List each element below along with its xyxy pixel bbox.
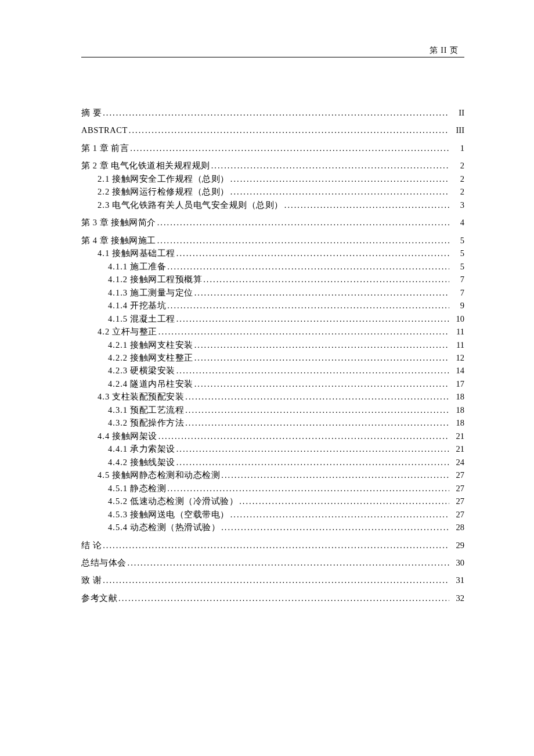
leader-dots xyxy=(211,159,449,172)
toc-entry[interactable]: 致 谢 31 xyxy=(81,574,464,586)
toc-entry[interactable]: 第 1 章 前言 1 xyxy=(81,142,464,154)
toc-entry-title: 4.2.2 接触网支柱整正 xyxy=(108,351,193,364)
toc-entry-title: 4.3.2 预配操作方法 xyxy=(108,416,184,429)
toc-chapter: 第 3 章 接触网简介 4 xyxy=(81,216,464,229)
toc-entry[interactable]: 2.3 电气化铁路有关人员电气安全规则（总则） 3 xyxy=(98,199,464,211)
toc-entry-page: 17 xyxy=(450,377,464,390)
toc-entry[interactable]: 2.2 接触网运行检修规程（总则） 2 xyxy=(98,185,464,198)
leader-dots xyxy=(129,124,449,136)
toc-entry-page: 21 xyxy=(450,442,464,455)
toc-chapter: 第 4 章 接触网施工 5 4.1 接触网基础工程 5 4.1.1 施工准备 5… xyxy=(81,234,464,534)
leader-dots xyxy=(158,325,449,338)
toc-entry[interactable]: 4.1.3 施工测量与定位 7 xyxy=(108,286,464,299)
toc-entry[interactable]: 4.4.2 接触线架设 24 xyxy=(108,456,464,469)
toc-entry[interactable]: 第 2 章 电气化铁道相关规程规则 2 xyxy=(81,159,464,172)
toc-entry-page: 5 xyxy=(450,260,464,273)
toc-entry[interactable]: 4.4.1 承力索架设 21 xyxy=(108,442,464,455)
leader-dots xyxy=(158,430,449,442)
toc-entry-title: 4.4.1 承力索架设 xyxy=(108,442,175,455)
toc-entry-page: 11 xyxy=(450,325,464,338)
page-number-label: 第 II 页 xyxy=(430,46,459,55)
header-rule xyxy=(81,57,464,57)
toc-entry-title: 第 2 章 电气化铁道相关规程规则 xyxy=(81,159,210,172)
toc-entry[interactable]: 4.2.4 隧道内吊柱安装 17 xyxy=(108,377,464,390)
toc-entry[interactable]: 4.5.1 静态检测 27 xyxy=(108,482,464,495)
leader-dots xyxy=(167,299,449,312)
toc-chapter: ABSTRACT III xyxy=(81,124,464,136)
leader-dots xyxy=(230,172,449,185)
leader-dots xyxy=(221,521,449,534)
toc-entry-page: 32 xyxy=(450,592,464,604)
leader-dots xyxy=(103,106,449,119)
leader-dots xyxy=(176,442,449,455)
toc-entry[interactable]: 4.5.3 接触网送电（空载带电） 27 xyxy=(108,508,464,521)
toc-entry-page: 11 xyxy=(450,339,464,351)
toc-entry[interactable]: 4.2.2 接触网支柱整正 12 xyxy=(108,351,464,364)
toc-entry-title: 4.2.3 硬横梁安装 xyxy=(108,364,175,377)
toc-entry-page: 2 xyxy=(450,159,464,172)
toc-entry[interactable]: 摘 要 II xyxy=(81,106,464,119)
toc-entry-page: 18 xyxy=(450,416,464,429)
leader-dots xyxy=(130,142,449,154)
leader-dots xyxy=(128,556,450,569)
toc-entry-page: 18 xyxy=(450,390,464,403)
toc-entry-page: 18 xyxy=(450,404,464,416)
toc-entry-title: 2.2 接触网运行检修规程（总则） xyxy=(98,185,229,198)
toc-entry-page: 3 xyxy=(450,199,464,211)
toc-entry[interactable]: ABSTRACT III xyxy=(81,124,464,136)
toc-entry-title: 4.4.2 接触线架设 xyxy=(108,456,175,469)
toc-entry[interactable]: 4.1 接触网基础工程 5 xyxy=(98,247,464,260)
page-header: 第 II 页 xyxy=(81,45,464,56)
toc-entry-page: 12 xyxy=(450,351,464,364)
toc-entry[interactable]: 4.1.5 混凝土工程 10 xyxy=(108,312,464,325)
toc-entry[interactable]: 4.5 接触网静态检测和动态检测 27 xyxy=(98,469,464,481)
leader-dots xyxy=(157,216,449,229)
toc-entry-title: 4.5.1 静态检测 xyxy=(108,482,166,495)
toc-entry[interactable]: 4.4 接触网架设 21 xyxy=(98,430,464,442)
toc-entry[interactable]: 4.5.4 动态检测（热滑试验） 28 xyxy=(108,521,464,534)
toc-entry-title: 4.1.1 施工准备 xyxy=(108,260,166,273)
toc-entry[interactable]: 4.3 支柱装配预配安装 18 xyxy=(98,390,464,403)
leader-dots xyxy=(176,456,449,469)
toc-entry-page: 2 xyxy=(450,172,464,185)
toc-entry-page: 24 xyxy=(450,456,464,469)
toc-entry-title: 摘 要 xyxy=(81,106,102,119)
toc-chapter: 总结与体会 30 xyxy=(81,556,464,569)
table-of-contents: 摘 要 II ABSTRACT III 第 1 章 前言 1 第 2 xyxy=(81,106,464,604)
toc-entry[interactable]: 4.2.3 硬横梁安装 14 xyxy=(108,364,464,377)
toc-entry-title: 4.1.3 施工测量与定位 xyxy=(108,286,193,299)
toc-entry[interactable]: 4.3.2 预配操作方法 18 xyxy=(108,416,464,429)
toc-entry[interactable]: 4.1.2 接触网工程预概算 7 xyxy=(108,273,464,286)
toc-entry[interactable]: 第 4 章 接触网施工 5 xyxy=(81,234,464,247)
toc-entry-title: 4.4 接触网架设 xyxy=(98,430,157,442)
toc-entry[interactable]: 2.1 接触网安全工作规程（总则） 2 xyxy=(98,172,464,185)
toc-entry[interactable]: 4.1.4 开挖基坑 9 xyxy=(108,299,464,312)
toc-entry[interactable]: 参考文献 32 xyxy=(81,592,464,604)
toc-chapter: 致 谢 31 xyxy=(81,574,464,586)
leader-dots xyxy=(194,286,449,299)
leader-dots xyxy=(194,339,449,351)
toc-chapter: 摘 要 II xyxy=(81,106,464,119)
leader-dots xyxy=(103,574,449,586)
leader-dots xyxy=(221,469,449,481)
toc-entry[interactable]: 4.2 立杆与整正 11 xyxy=(98,325,464,338)
leader-dots xyxy=(284,199,449,211)
toc-entry-page: 28 xyxy=(450,521,464,534)
toc-entry[interactable]: 4.1.1 施工准备 5 xyxy=(108,260,464,273)
toc-entry[interactable]: 总结与体会 30 xyxy=(81,556,464,569)
toc-entry[interactable]: 4.5.2 低速动态检测（冷滑试验） 27 xyxy=(108,495,464,507)
toc-entry-title: 4.5 接触网静态检测和动态检测 xyxy=(98,469,220,481)
leader-dots xyxy=(185,404,449,416)
leader-dots xyxy=(176,247,449,260)
toc-entry[interactable]: 结 论 29 xyxy=(81,539,464,552)
toc-entry-page: 9 xyxy=(450,299,464,312)
toc-entry-title: 4.1 接触网基础工程 xyxy=(98,247,175,260)
toc-entry[interactable]: 第 3 章 接触网简介 4 xyxy=(81,216,464,229)
toc-entry-page: 5 xyxy=(450,234,464,247)
toc-entry[interactable]: 4.2.1 接触网支柱安装 11 xyxy=(108,339,464,351)
toc-entry-title: 4.1.2 接触网工程预概算 xyxy=(108,273,202,286)
toc-entry-title: 致 谢 xyxy=(81,574,102,586)
toc-entry[interactable]: 4.3.1 预配工艺流程 18 xyxy=(108,404,464,416)
toc-entry-title: 4.5.4 动态检测（热滑试验） xyxy=(108,521,220,534)
toc-entry-page: 7 xyxy=(450,273,464,286)
